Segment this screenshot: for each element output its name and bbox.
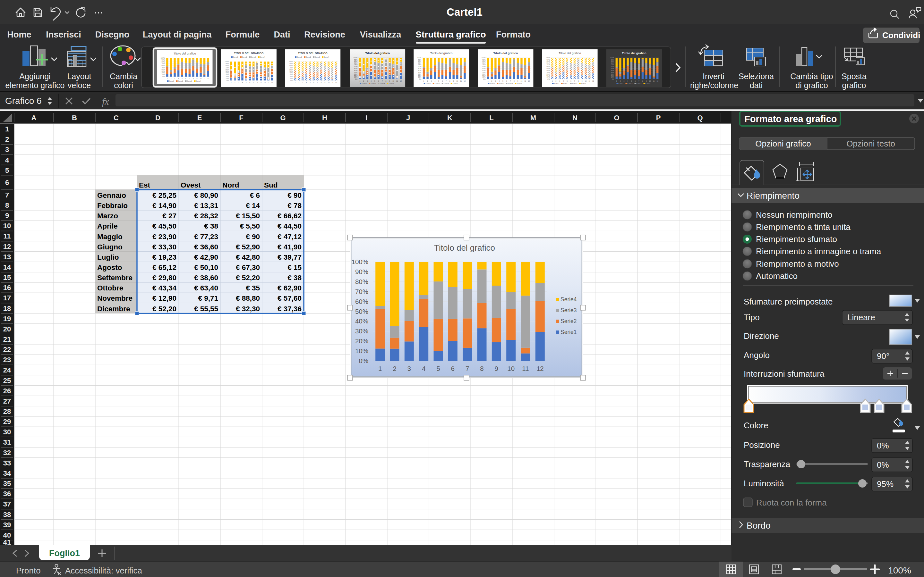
svg-text:30%: 30% bbox=[547, 72, 550, 74]
svg-text:6: 6 bbox=[186, 77, 186, 79]
svg-text:€ 35: € 35 bbox=[246, 284, 260, 292]
svg-text:40%: 40% bbox=[611, 69, 614, 71]
svg-text:Serie1: Serie1 bbox=[426, 83, 431, 85]
svg-text:Luglio: Luglio bbox=[97, 253, 119, 261]
svg-text:0%: 0% bbox=[877, 441, 889, 450]
svg-text:40%: 40% bbox=[482, 69, 486, 71]
svg-text:€ 77,23: € 77,23 bbox=[194, 233, 218, 241]
svg-text:€ 37,36: € 37,36 bbox=[278, 305, 302, 313]
svg-text:grafico: grafico bbox=[842, 81, 866, 90]
svg-text:80%: 80% bbox=[226, 64, 229, 66]
svg-text:21: 21 bbox=[3, 335, 11, 343]
svg-text:10: 10 bbox=[3, 222, 11, 230]
svg-text:€ 19,23: € 19,23 bbox=[152, 253, 176, 261]
svg-text:Ovest: Ovest bbox=[181, 181, 201, 189]
svg-text:Trasparenza: Trasparenza bbox=[744, 459, 790, 469]
svg-text:10: 10 bbox=[200, 77, 202, 79]
svg-text:Serie4: Serie4 bbox=[646, 83, 651, 85]
svg-text:€ 50,10: € 50,10 bbox=[194, 263, 218, 271]
svg-text:60%: 60% bbox=[289, 68, 293, 70]
svg-text:K: K bbox=[447, 114, 452, 122]
svg-text:Maggio: Maggio bbox=[97, 233, 123, 241]
svg-text:50%: 50% bbox=[162, 66, 165, 68]
svg-text:100%: 100% bbox=[288, 61, 292, 63]
svg-text:Pronto: Pronto bbox=[16, 566, 41, 575]
svg-text:€ 52,20: € 52,20 bbox=[152, 305, 176, 313]
svg-text:TITOLO DEL GRAFICO: TITOLO DEL GRAFICO bbox=[298, 52, 328, 55]
svg-text:35: 35 bbox=[3, 480, 11, 488]
svg-text:3: 3 bbox=[5, 145, 9, 153]
svg-text:80%: 80% bbox=[482, 61, 486, 63]
svg-text:Posizione: Posizione bbox=[744, 440, 780, 450]
svg-text:Serie1: Serie1 bbox=[297, 56, 302, 58]
svg-text:Serie1: Serie1 bbox=[169, 80, 174, 82]
svg-text:10: 10 bbox=[456, 80, 458, 82]
svg-text:Home: Home bbox=[7, 30, 31, 39]
svg-text:€ 14,90: € 14,90 bbox=[152, 201, 176, 210]
svg-text:Serie4: Serie4 bbox=[196, 80, 201, 82]
svg-text:12: 12 bbox=[271, 81, 273, 83]
svg-text:5: 5 bbox=[436, 365, 440, 372]
svg-text:3: 3 bbox=[559, 80, 560, 82]
svg-text:37: 37 bbox=[3, 500, 11, 508]
svg-text:36: 36 bbox=[3, 490, 11, 498]
svg-text:Riempimento a tinta unita: Riempimento a tinta unita bbox=[756, 222, 851, 232]
svg-text:€ 27: € 27 bbox=[162, 212, 176, 220]
svg-text:100%: 100% bbox=[481, 57, 486, 59]
svg-text:Q: Q bbox=[697, 114, 703, 122]
svg-text:4: 4 bbox=[242, 81, 243, 83]
svg-text:80%: 80% bbox=[547, 61, 550, 63]
svg-text:10: 10 bbox=[264, 81, 266, 83]
svg-text:Sposta: Sposta bbox=[842, 72, 867, 81]
svg-text:€ 6: € 6 bbox=[250, 191, 260, 199]
svg-text:Serie4: Serie4 bbox=[324, 56, 329, 58]
svg-text:2: 2 bbox=[234, 81, 236, 83]
svg-text:30: 30 bbox=[3, 428, 11, 436]
svg-text:colori: colori bbox=[114, 81, 133, 90]
svg-text:3: 3 bbox=[495, 80, 496, 82]
svg-text:2: 2 bbox=[491, 80, 492, 82]
svg-text:B: B bbox=[72, 114, 77, 122]
svg-text:Serie1: Serie1 bbox=[619, 83, 624, 85]
svg-text:90%: 90% bbox=[162, 59, 165, 61]
svg-text:€ 44,50: € 44,50 bbox=[278, 222, 302, 230]
svg-text:Sud: Sud bbox=[264, 181, 278, 189]
svg-text:7: 7 bbox=[189, 77, 190, 79]
svg-text:Dati: Dati bbox=[274, 30, 290, 39]
svg-text:1: 1 bbox=[231, 81, 232, 83]
svg-text:1: 1 bbox=[488, 80, 489, 82]
svg-text:12: 12 bbox=[335, 81, 337, 83]
svg-text:70%: 70% bbox=[611, 63, 614, 65]
svg-text:€ 15,50: € 15,50 bbox=[236, 212, 260, 220]
svg-text:0%: 0% bbox=[419, 78, 422, 80]
svg-text:€ 42,90: € 42,90 bbox=[194, 253, 218, 261]
svg-text:10%: 10% bbox=[289, 77, 293, 79]
svg-text:90%: 90% bbox=[355, 268, 368, 276]
svg-text:8: 8 bbox=[514, 80, 515, 82]
svg-text:17: 17 bbox=[3, 294, 11, 302]
svg-text:€ 38,60: € 38,60 bbox=[194, 274, 218, 282]
svg-text:20%: 20% bbox=[162, 72, 165, 74]
svg-text:90%: 90% bbox=[226, 63, 229, 64]
svg-text:Serie1: Serie1 bbox=[554, 83, 559, 85]
svg-text:€ 65,12: € 65,12 bbox=[152, 263, 176, 271]
svg-text:€ 36,60: € 36,60 bbox=[194, 243, 218, 251]
svg-text:9: 9 bbox=[646, 80, 647, 82]
svg-text:3: 3 bbox=[238, 81, 239, 83]
svg-text:Serie2: Serie2 bbox=[435, 83, 440, 85]
svg-text:0%: 0% bbox=[359, 357, 368, 364]
svg-text:Nord: Nord bbox=[222, 181, 239, 189]
svg-text:30%: 30% bbox=[611, 72, 614, 74]
svg-text:Cambia tipo: Cambia tipo bbox=[790, 72, 833, 81]
svg-text:0%: 0% bbox=[290, 79, 293, 81]
svg-text:1: 1 bbox=[167, 77, 168, 79]
svg-text:Serie2: Serie2 bbox=[499, 83, 504, 85]
svg-text:50%: 50% bbox=[354, 68, 358, 69]
svg-text:30%: 30% bbox=[418, 72, 422, 74]
svg-text:5: 5 bbox=[631, 80, 632, 82]
svg-text:12: 12 bbox=[207, 77, 209, 79]
svg-text:0%: 0% bbox=[226, 79, 229, 81]
svg-text:Seleziona: Seleziona bbox=[738, 72, 774, 81]
svg-text:Riempimento sfumato: Riempimento sfumato bbox=[756, 234, 837, 244]
svg-text:40%: 40% bbox=[289, 72, 293, 74]
